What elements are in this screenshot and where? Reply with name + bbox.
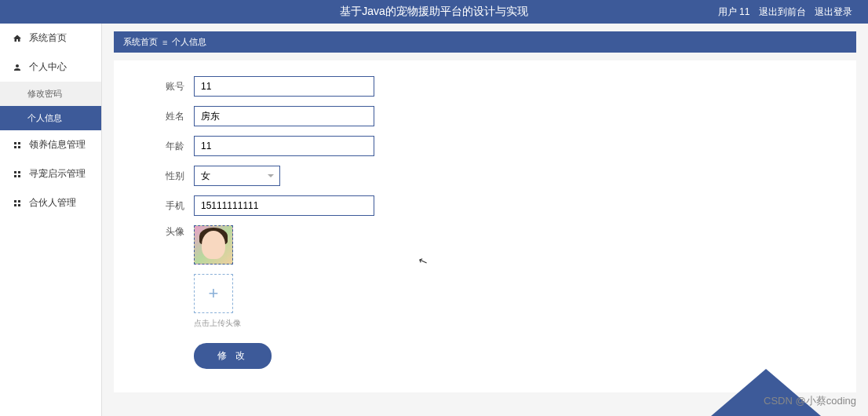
sidebar-item-partner[interactable]: 合伙人管理 <box>0 188 101 217</box>
account-input[interactable] <box>194 76 374 97</box>
sidebar-sub-info[interactable]: 个人信息 <box>0 106 101 130</box>
sidebar-item-findpet[interactable]: 寻宠启示管理 <box>0 159 101 188</box>
breadcrumb-root[interactable]: 系统首页 <box>123 36 158 48</box>
sidebar-item-label: 寻宠启示管理 <box>29 167 86 181</box>
breadcrumb-current: 个人信息 <box>172 36 206 48</box>
exit-front-link[interactable]: 退出到前台 <box>759 6 806 17</box>
phone-input[interactable] <box>194 195 374 216</box>
sidebar-sub-password[interactable]: 修改密码 <box>0 82 101 106</box>
avatar-label: 头像 <box>153 225 184 239</box>
header-right: 用户 11 退出到前台 退出登录 <box>712 5 852 19</box>
upload-avatar-button[interactable]: + <box>194 274 233 313</box>
breadcrumb-separator-icon: ≡ <box>162 38 167 47</box>
breadcrumb: 系统首页 ≡ 个人信息 <box>114 31 856 53</box>
person-icon <box>12 63 23 72</box>
sidebar-item-personal[interactable]: 个人中心 <box>0 53 101 82</box>
sidebar-item-adopt[interactable]: 领养信息管理 <box>0 130 101 159</box>
sidebar-sub-label: 修改密码 <box>27 89 62 98</box>
age-input[interactable] <box>194 136 374 156</box>
user-label[interactable]: 用户 11 <box>718 6 750 17</box>
grid-icon <box>12 140 23 150</box>
content-panel: 账号 姓名 年龄 性别 女 手机 <box>114 60 856 392</box>
page-title: 基于Java的宠物援助平台的设计与实现 <box>340 5 528 19</box>
account-label: 账号 <box>153 80 184 93</box>
sidebar: 系统首页 个人中心 修改密码 个人信息 领养信息管理 寻宠启示管理 <box>0 24 102 416</box>
plus-icon: + <box>209 283 219 304</box>
sidebar-item-label: 系统首页 <box>29 31 67 45</box>
age-label: 年龄 <box>153 140 184 153</box>
phone-label: 手机 <box>153 199 184 213</box>
home-icon <box>12 34 23 43</box>
grid-icon <box>12 170 23 179</box>
sidebar-sub-label: 个人信息 <box>27 113 62 122</box>
gender-select[interactable]: 女 <box>194 166 280 186</box>
app-header: 基于Java的宠物援助平台的设计与实现 用户 11 退出到前台 退出登录 <box>0 0 868 24</box>
watermark: CSDN @小蔡coding <box>764 394 856 408</box>
grid-icon <box>12 199 23 208</box>
main-content: 系统首页 ≡ 个人信息 账号 姓名 年龄 性别 女 <box>102 24 868 416</box>
submit-button[interactable]: 修 改 <box>194 343 272 369</box>
upload-hint: 点击上传头像 <box>194 318 817 329</box>
sidebar-item-label: 领养信息管理 <box>29 138 86 151</box>
name-input[interactable] <box>194 106 374 126</box>
sidebar-item-home[interactable]: 系统首页 <box>0 24 101 53</box>
avatar-preview[interactable] <box>194 225 233 265</box>
name-label: 姓名 <box>153 110 184 123</box>
sidebar-item-label: 个人中心 <box>29 60 67 74</box>
logout-link[interactable]: 退出登录 <box>815 6 852 17</box>
sidebar-item-label: 合伙人管理 <box>29 196 76 210</box>
gender-label: 性别 <box>153 170 184 183</box>
decorative-triangle <box>711 369 821 416</box>
